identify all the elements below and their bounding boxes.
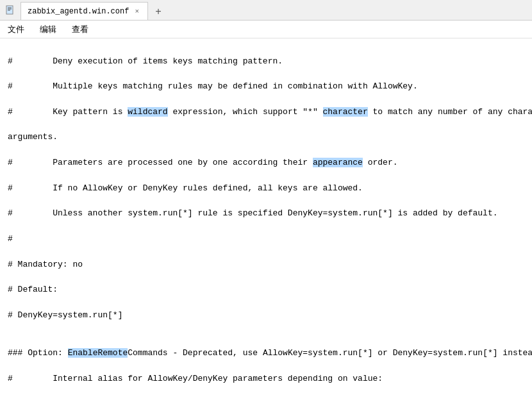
line-14: # Internal alias for AllowKey/DenyKey pa… — [8, 372, 524, 385]
line-8: # — [8, 233, 524, 246]
line-5: # Parameters are processed one by one ac… — [8, 156, 524, 169]
menu-edit[interactable]: 编辑 — [37, 22, 59, 37]
editor-area[interactable]: # Deny execution of items keys matching … — [0, 38, 532, 393]
menu-view[interactable]: 查看 — [69, 22, 91, 37]
line-9: # Mandatory: no — [8, 258, 524, 271]
line-11: # DenyKey=system.run[*] — [8, 309, 524, 322]
file-tab[interactable]: zabbix_agentd.win.conf × — [21, 2, 148, 20]
line-7: # Unless another system.run[*] rule is s… — [8, 207, 524, 220]
menu-file[interactable]: 文件 — [5, 22, 27, 37]
line-1: # Deny execution of items keys matching … — [8, 55, 524, 68]
app-icon — [0, 0, 21, 21]
line-13: ### Option: EnableRemoteCommands - Depre… — [8, 347, 524, 360]
tab-close-button[interactable]: × — [133, 7, 141, 16]
line-3: # Key pattern is wildcard expression, wh… — [8, 106, 524, 119]
line-4: arguments. — [8, 131, 524, 144]
line-6: # If no AllowKey or DenyKey rules define… — [8, 182, 524, 195]
new-tab-button[interactable]: + — [151, 4, 166, 20]
title-bar: zabbix_agentd.win.conf × + — [0, 0, 532, 21]
menu-bar: 文件 编辑 查看 — [0, 21, 532, 38]
tab-label: zabbix_agentd.win.conf — [28, 7, 129, 16]
line-2: # Multiple keys matching rules may be de… — [8, 80, 524, 93]
line-10: # Default: — [8, 283, 524, 296]
tab-area: zabbix_agentd.win.conf × + — [21, 0, 532, 20]
